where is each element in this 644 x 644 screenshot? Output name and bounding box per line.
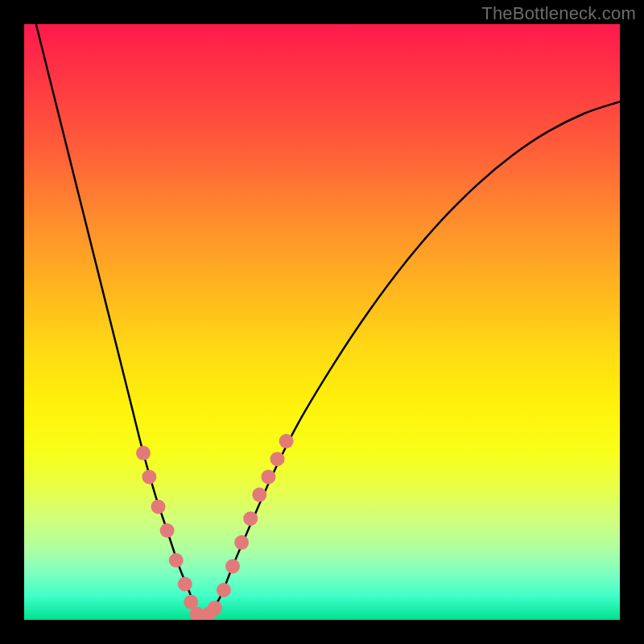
curve-marker <box>261 469 275 484</box>
curve-marker <box>184 595 198 609</box>
chart-svg <box>24 24 620 620</box>
curve-marker <box>252 488 266 502</box>
curve-marker <box>190 607 204 620</box>
curve-marker <box>151 499 166 514</box>
curve-marker <box>217 583 231 597</box>
v-curve <box>36 24 620 620</box>
curve-marker <box>160 523 175 538</box>
curve-marker <box>270 452 285 466</box>
curve-marker <box>142 469 156 484</box>
curve-marker <box>178 577 192 592</box>
outer-frame: TheBottleneck.com <box>0 0 644 644</box>
marker-group <box>136 434 294 620</box>
curve-marker <box>169 553 184 568</box>
curve-marker <box>208 601 222 615</box>
watermark-label: TheBottleneck.com <box>481 3 636 24</box>
curve-marker <box>201 607 216 620</box>
curve-marker <box>234 535 249 550</box>
curve-marker <box>225 559 240 573</box>
curve-marker <box>279 434 294 448</box>
curve-marker <box>136 446 151 460</box>
plot-gradient-bg <box>24 24 620 620</box>
curve-marker <box>243 511 258 526</box>
curve-marker <box>196 613 210 620</box>
